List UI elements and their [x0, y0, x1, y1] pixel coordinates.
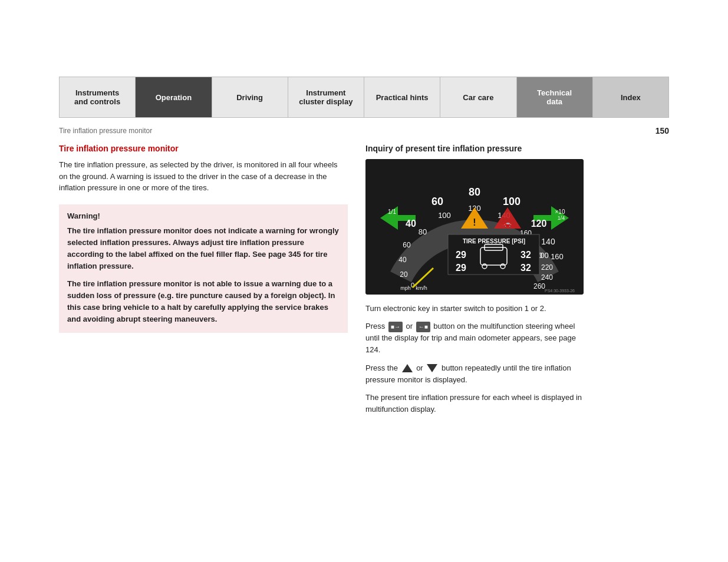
svg-text:1/1: 1/1: [388, 209, 396, 215]
svg-text:60: 60: [431, 196, 443, 207]
desc-text-4: The present tire inflation pressure for …: [365, 392, 584, 415]
left-column: Tire inflation pressure monitor The tire…: [59, 144, 348, 421]
svg-text:32: 32: [521, 263, 531, 273]
svg-text:120: 120: [531, 219, 547, 229]
nav-item-index[interactable]: Index: [593, 77, 668, 117]
svg-text:32: 32: [521, 250, 531, 260]
svg-text:260: 260: [533, 282, 545, 290]
svg-text:29: 29: [456, 250, 466, 260]
desc-text-1: Turn electronic key in starter switch to…: [365, 303, 584, 315]
svg-text:20: 20: [400, 270, 408, 279]
nav-item-car-care[interactable]: Car care: [440, 77, 516, 117]
page-header: Tire inflation pressure monitor 150: [59, 124, 669, 138]
navigation-bar: Instruments and controls Operation Drivi…: [59, 77, 669, 118]
svg-text:🚗: 🚗: [503, 219, 512, 227]
desc-text-3: Press the or button repeatedly until the…: [365, 362, 584, 386]
svg-text:!: !: [473, 217, 476, 227]
svg-text:PS4:30-3933-26: PS4:30-3933-26: [545, 289, 575, 293]
right-column: Inquiry of present tire inflation pressu…: [365, 144, 669, 421]
nav-item-practical-hints[interactable]: Practical hints: [364, 77, 440, 117]
body-text: The tire inflation pressure, as selected…: [59, 159, 348, 194]
page-number: 150: [655, 126, 669, 135]
svg-text:29: 29: [456, 263, 466, 273]
page-header-title: Tire inflation pressure monitor: [59, 127, 152, 135]
nav-item-instruments[interactable]: Instruments and controls: [60, 77, 136, 117]
inquiry-title: Inquiry of present tire inflation pressu…: [365, 144, 669, 153]
svg-text:160: 160: [551, 252, 564, 261]
speedometer-svg: 80 100 120 60 40 120 140 160 180 100 80 …: [365, 159, 584, 295]
nav-item-instrument-cluster[interactable]: Instrument cluster display: [288, 77, 364, 117]
warning-box: Warning! The tire inflation pressure mon…: [59, 204, 348, 333]
svg-text:60: 60: [403, 241, 411, 249]
warning-text-1: The tire inflation pressure monitor does…: [67, 225, 340, 273]
section-title: Tire inflation pressure monitor: [59, 144, 348, 153]
svg-text:1/4: 1/4: [558, 215, 565, 221]
svg-text:140: 140: [541, 237, 555, 246]
svg-text:km/h: km/h: [416, 285, 427, 291]
desc-text-2: Press ■→ or ←■ button on the multifuncti…: [365, 320, 584, 356]
svg-text:TIRE PRESSURE [PSI]: TIRE PRESSURE [PSI]: [463, 238, 525, 244]
triangle-down-icon: [427, 364, 437, 372]
svg-text:×10: ×10: [555, 209, 565, 215]
svg-text:100: 100: [503, 196, 521, 207]
svg-text:80: 80: [469, 186, 480, 198]
svg-text:240: 240: [541, 273, 553, 282]
svg-text:80: 80: [419, 227, 427, 236]
button-icon-1: ■→: [388, 322, 403, 332]
warning-title: Warning!: [67, 211, 340, 220]
nav-item-driving[interactable]: Driving: [212, 77, 288, 117]
svg-text:220: 220: [541, 263, 553, 272]
svg-text:40: 40: [406, 219, 416, 229]
svg-text:mph: mph: [400, 285, 411, 291]
speedometer-display: 80 100 120 60 40 120 140 160 180 100 80 …: [365, 159, 584, 295]
svg-text:100: 100: [438, 211, 451, 220]
button-icon-2: ←■: [416, 322, 430, 332]
svg-text:40: 40: [398, 256, 407, 264]
triangle-up-icon: [402, 364, 413, 372]
nav-item-technical-data[interactable]: Technical data: [517, 77, 593, 117]
warning-text-2: The tire inflation pressure monitor is n…: [67, 278, 340, 326]
main-content: Tire inflation pressure monitor The tire…: [59, 144, 669, 421]
nav-item-operation[interactable]: Operation: [136, 77, 212, 117]
